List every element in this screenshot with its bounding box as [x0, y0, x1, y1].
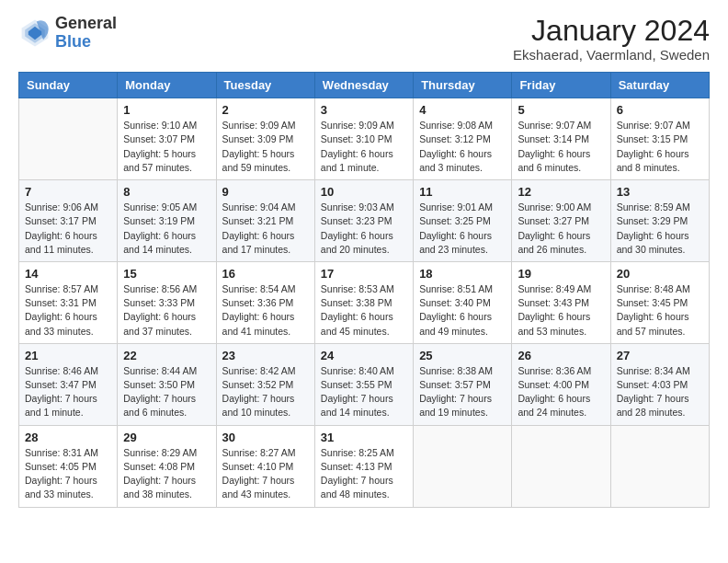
calendar-cell: 4Sunrise: 9:08 AM Sunset: 3:12 PM Daylig…	[414, 98, 512, 180]
day-number: 3	[321, 103, 407, 117]
calendar-cell: 13Sunrise: 8:59 AM Sunset: 3:29 PM Dayli…	[610, 180, 709, 262]
calendar-cell: 11Sunrise: 9:01 AM Sunset: 3:25 PM Dayli…	[414, 180, 512, 262]
day-info: Sunrise: 9:03 AM Sunset: 3:23 PM Dayligh…	[321, 201, 407, 257]
day-number: 6	[617, 103, 703, 117]
day-number: 28	[25, 431, 111, 444]
day-info: Sunrise: 8:42 AM Sunset: 3:52 PM Dayligh…	[222, 364, 309, 420]
day-number: 1	[123, 103, 210, 117]
day-number: 25	[419, 349, 506, 362]
calendar-cell: 21Sunrise: 8:46 AM Sunset: 3:47 PM Dayli…	[19, 343, 118, 425]
day-info: Sunrise: 9:10 AM Sunset: 3:07 PM Dayligh…	[123, 119, 210, 175]
day-number: 19	[518, 267, 604, 281]
day-info: Sunrise: 9:09 AM Sunset: 3:10 PM Dayligh…	[321, 119, 407, 175]
calendar-cell: 15Sunrise: 8:56 AM Sunset: 3:33 PM Dayli…	[118, 261, 216, 343]
day-number: 5	[518, 103, 604, 117]
week-row-3: 14Sunrise: 8:57 AM Sunset: 3:31 PM Dayli…	[19, 261, 710, 343]
day-info: Sunrise: 9:06 AM Sunset: 3:17 PM Dayligh…	[25, 201, 111, 257]
calendar-cell: 6Sunrise: 9:07 AM Sunset: 3:15 PM Daylig…	[610, 98, 709, 180]
logo: General Blue	[18, 15, 117, 52]
week-row-5: 28Sunrise: 8:31 AM Sunset: 4:05 PM Dayli…	[19, 425, 710, 507]
day-number: 23	[222, 349, 309, 362]
calendar-cell: 9Sunrise: 9:04 AM Sunset: 3:21 PM Daylig…	[216, 180, 314, 262]
week-row-2: 7Sunrise: 9:06 AM Sunset: 3:17 PM Daylig…	[19, 180, 710, 262]
day-info: Sunrise: 8:44 AM Sunset: 3:50 PM Dayligh…	[123, 364, 210, 420]
day-info: Sunrise: 8:27 AM Sunset: 4:10 PM Dayligh…	[222, 446, 309, 502]
header-cell-sunday: Sunday	[19, 73, 118, 98]
calendar-cell	[414, 425, 512, 507]
day-number: 21	[25, 349, 111, 362]
calendar-cell: 3Sunrise: 9:09 AM Sunset: 3:10 PM Daylig…	[314, 98, 413, 180]
logo-general-text: General	[55, 14, 117, 32]
day-number: 27	[617, 349, 703, 362]
day-info: Sunrise: 8:36 AM Sunset: 4:00 PM Dayligh…	[518, 364, 604, 420]
day-number: 2	[222, 103, 309, 117]
calendar-cell: 30Sunrise: 8:27 AM Sunset: 4:10 PM Dayli…	[216, 425, 314, 507]
calendar-cell: 22Sunrise: 8:44 AM Sunset: 3:50 PM Dayli…	[118, 343, 216, 425]
header-cell-monday: Monday	[118, 73, 216, 98]
day-number: 22	[123, 349, 210, 362]
header-cell-friday: Friday	[512, 73, 610, 98]
calendar-cell	[512, 425, 610, 507]
day-number: 24	[321, 349, 407, 362]
logo-text: General Blue	[55, 15, 117, 52]
header-cell-wednesday: Wednesday	[314, 73, 413, 98]
page: General Blue January 2024 Ekshaerad, Vae…	[0, 0, 728, 563]
day-info: Sunrise: 8:56 AM Sunset: 3:33 PM Dayligh…	[123, 282, 210, 339]
calendar-cell: 19Sunrise: 8:49 AM Sunset: 3:43 PM Dayli…	[512, 261, 610, 343]
calendar-cell: 26Sunrise: 8:36 AM Sunset: 4:00 PM Dayli…	[512, 343, 610, 425]
week-row-1: 1Sunrise: 9:10 AM Sunset: 3:07 PM Daylig…	[19, 98, 710, 180]
day-number: 11	[419, 185, 506, 199]
day-number: 31	[321, 431, 407, 444]
day-info: Sunrise: 9:09 AM Sunset: 3:09 PM Dayligh…	[222, 119, 309, 175]
calendar-cell: 14Sunrise: 8:57 AM Sunset: 3:31 PM Dayli…	[19, 261, 118, 343]
day-number: 17	[321, 267, 407, 281]
day-number: 26	[518, 349, 604, 362]
day-number: 14	[25, 267, 111, 281]
day-info: Sunrise: 8:59 AM Sunset: 3:29 PM Dayligh…	[617, 201, 703, 257]
calendar-cell: 18Sunrise: 8:51 AM Sunset: 3:40 PM Dayli…	[414, 261, 512, 343]
calendar-cell: 16Sunrise: 8:54 AM Sunset: 3:36 PM Dayli…	[216, 261, 314, 343]
day-number: 9	[222, 185, 309, 199]
day-info: Sunrise: 8:53 AM Sunset: 3:38 PM Dayligh…	[321, 282, 407, 339]
logo-blue-text: Blue	[55, 32, 91, 51]
calendar-cell: 8Sunrise: 9:05 AM Sunset: 3:19 PM Daylig…	[118, 180, 216, 262]
header-cell-saturday: Saturday	[610, 73, 709, 98]
calendar-body: 1Sunrise: 9:10 AM Sunset: 3:07 PM Daylig…	[19, 98, 710, 507]
day-info: Sunrise: 9:01 AM Sunset: 3:25 PM Dayligh…	[419, 201, 506, 257]
day-info: Sunrise: 8:25 AM Sunset: 4:13 PM Dayligh…	[321, 446, 407, 502]
day-info: Sunrise: 9:07 AM Sunset: 3:14 PM Dayligh…	[518, 119, 604, 175]
day-info: Sunrise: 9:00 AM Sunset: 3:27 PM Dayligh…	[518, 201, 604, 257]
day-info: Sunrise: 8:34 AM Sunset: 4:03 PM Dayligh…	[617, 364, 703, 420]
day-number: 29	[123, 431, 210, 444]
day-info: Sunrise: 9:05 AM Sunset: 3:19 PM Dayligh…	[123, 201, 210, 257]
day-info: Sunrise: 8:31 AM Sunset: 4:05 PM Dayligh…	[25, 446, 111, 502]
calendar-cell: 27Sunrise: 8:34 AM Sunset: 4:03 PM Dayli…	[610, 343, 709, 425]
calendar-cell: 23Sunrise: 8:42 AM Sunset: 3:52 PM Dayli…	[216, 343, 314, 425]
day-number: 16	[222, 267, 309, 281]
day-info: Sunrise: 8:51 AM Sunset: 3:40 PM Dayligh…	[419, 282, 506, 339]
calendar-cell: 31Sunrise: 8:25 AM Sunset: 4:13 PM Dayli…	[314, 425, 413, 507]
calendar-cell	[19, 98, 118, 180]
day-number: 15	[123, 267, 210, 281]
day-info: Sunrise: 9:04 AM Sunset: 3:21 PM Dayligh…	[222, 201, 309, 257]
header-cell-tuesday: Tuesday	[216, 73, 314, 98]
calendar-cell: 20Sunrise: 8:48 AM Sunset: 3:45 PM Dayli…	[610, 261, 709, 343]
header-row: SundayMondayTuesdayWednesdayThursdayFrid…	[19, 73, 710, 98]
calendar-cell: 28Sunrise: 8:31 AM Sunset: 4:05 PM Dayli…	[19, 425, 118, 507]
calendar-cell: 17Sunrise: 8:53 AM Sunset: 3:38 PM Dayli…	[314, 261, 413, 343]
calendar-cell	[610, 425, 709, 507]
day-info: Sunrise: 9:08 AM Sunset: 3:12 PM Dayligh…	[419, 119, 506, 175]
logo-icon	[18, 17, 51, 50]
calendar-title: January 2024	[513, 15, 710, 47]
day-info: Sunrise: 8:49 AM Sunset: 3:43 PM Dayligh…	[518, 282, 604, 339]
calendar-cell: 29Sunrise: 8:29 AM Sunset: 4:08 PM Dayli…	[118, 425, 216, 507]
day-number: 4	[419, 103, 506, 117]
week-row-4: 21Sunrise: 8:46 AM Sunset: 3:47 PM Dayli…	[19, 343, 710, 425]
day-number: 7	[25, 185, 111, 199]
day-info: Sunrise: 9:07 AM Sunset: 3:15 PM Dayligh…	[617, 119, 703, 175]
calendar-cell: 1Sunrise: 9:10 AM Sunset: 3:07 PM Daylig…	[118, 98, 216, 180]
day-number: 10	[321, 185, 407, 199]
day-info: Sunrise: 8:54 AM Sunset: 3:36 PM Dayligh…	[222, 282, 309, 339]
day-info: Sunrise: 8:29 AM Sunset: 4:08 PM Dayligh…	[123, 446, 210, 502]
calendar-cell: 12Sunrise: 9:00 AM Sunset: 3:27 PM Dayli…	[512, 180, 610, 262]
